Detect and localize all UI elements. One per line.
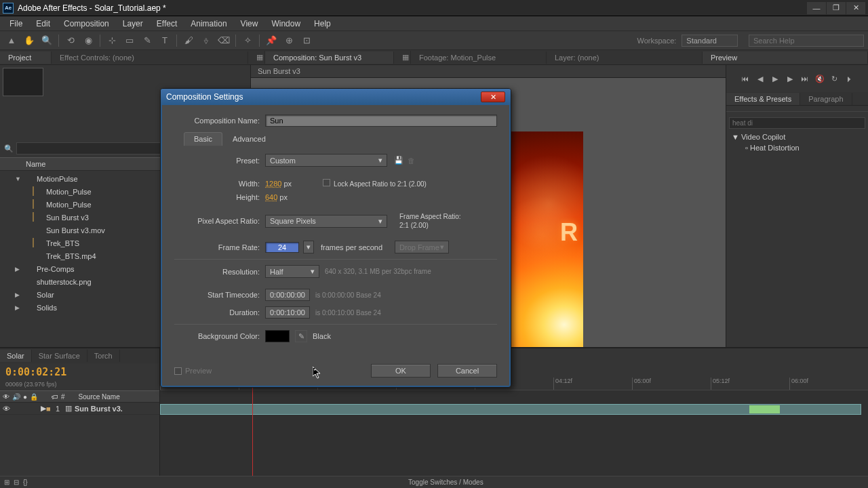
fps-suffix: frames per second (321, 243, 382, 251)
tab-project[interactable]: Project (0, 52, 52, 64)
cancel-button[interactable]: Cancel (437, 364, 497, 378)
menu-composition[interactable]: Composition (57, 18, 116, 30)
height-value[interactable]: 640 (265, 193, 277, 201)
tab-effect-controls[interactable]: Effect Controls: (none) (52, 52, 248, 64)
effects-search-input[interactable] (729, 117, 865, 129)
expand-icon[interactable]: ⊞ (4, 479, 9, 486)
effects-folder[interactable]: ▼ Video Copilot (729, 131, 865, 142)
column-name[interactable]: Name (26, 160, 45, 168)
pen-tool-icon[interactable]: ✎ (140, 33, 155, 48)
rendered-text: R (560, 218, 578, 247)
project-thumbnail (3, 68, 43, 96)
preset-select[interactable]: Custom▾ (265, 154, 387, 167)
prev-frame-icon[interactable]: ◀ (754, 73, 766, 84)
menu-view[interactable]: View (234, 18, 265, 30)
menu-layer[interactable]: Layer (116, 18, 150, 30)
lock-aspect-checkbox[interactable] (323, 179, 330, 186)
dialog-titlebar[interactable]: Composition Settings ✕ (161, 89, 511, 105)
duration-input[interactable] (265, 306, 310, 319)
timeline-tab[interactable]: Star Surface (32, 350, 87, 362)
tab-footage[interactable]: Footage: Motion_Pulse (411, 52, 547, 64)
play-icon[interactable]: ▶ (769, 73, 781, 84)
loop-icon[interactable]: ↻ (829, 73, 841, 84)
save-preset-icon[interactable]: 💾 (394, 156, 403, 165)
menu-help[interactable]: Help (307, 18, 338, 30)
anchor-tool-icon[interactable]: ⊹ (104, 33, 119, 48)
tab-basic[interactable]: Basic (184, 132, 222, 146)
brace-icon[interactable]: {} (23, 479, 28, 486)
graph-icon[interactable]: ⊟ (14, 479, 19, 486)
hand-tool-icon[interactable]: ✋ (22, 33, 37, 48)
snap-tool-icon[interactable]: ⊡ (299, 33, 314, 48)
timeline-tab[interactable]: Torch (87, 350, 120, 362)
timeline-tracks[interactable] (160, 390, 868, 418)
rect-tool-icon[interactable]: ▭ (122, 33, 137, 48)
bgcolor-swatch[interactable] (265, 330, 290, 342)
duration-note: is 0:00:10:00 Base 24 (315, 309, 381, 317)
eye-toggle[interactable]: 👁 (3, 405, 12, 413)
toggle-switches-button[interactable]: Toggle Switches / Modes (408, 479, 484, 486)
audio-icon[interactable]: 🔇 (814, 73, 826, 84)
playhead[interactable] (252, 374, 253, 476)
tab-composition[interactable]: Composition: Sun Burst v3 (265, 52, 394, 64)
puppet-tool-icon[interactable]: 📌 (264, 33, 279, 48)
comp-mini-icon[interactable]: ▦ (248, 51, 265, 64)
dialog-title: Composition Settings (166, 92, 243, 102)
height-label: Height: (174, 193, 265, 201)
selection-tool-icon[interactable]: ▲ (4, 33, 19, 48)
preview-checkbox[interactable]: Preview (174, 367, 212, 375)
footage-mini-icon[interactable]: ▦ (394, 51, 411, 64)
zoom-tool-icon[interactable]: 🔍 (39, 33, 54, 48)
effects-item[interactable]: ▫ Heat Distortion (729, 142, 865, 153)
ram-icon[interactable]: ⏵ (844, 73, 856, 84)
menu-animation[interactable]: Animation (184, 18, 233, 30)
layer-marker[interactable] (749, 405, 780, 413)
tab-layer[interactable]: Layer: (none) (547, 52, 703, 64)
par-select[interactable]: Square Pixels▾ (265, 215, 387, 228)
tab-advanced[interactable]: Advanced (222, 132, 276, 146)
start-timecode-note: is 0:00:00:00 Base 24 (315, 291, 381, 299)
clone-tool-icon[interactable]: ⎀ (199, 33, 214, 48)
maximize-button[interactable]: ❐ (827, 2, 846, 14)
menu-edit[interactable]: Edit (29, 18, 57, 30)
next-frame-icon[interactable]: ▶ (784, 73, 796, 84)
delete-preset-icon[interactable]: 🗑 (408, 157, 415, 165)
width-value[interactable]: 1280 (265, 180, 281, 188)
preset-label: Preset: (174, 157, 265, 165)
roto-tool-icon[interactable]: ✧ (240, 33, 255, 48)
tab-preview[interactable]: Preview (703, 52, 868, 64)
tab-effects-presets[interactable]: Effects & Presets (726, 93, 800, 105)
start-timecode-label: Start Timecode: (174, 291, 265, 299)
camera-tool-icon[interactable]: ◉ (81, 33, 96, 48)
dropframe-select[interactable]: Drop Frame▾ (395, 241, 449, 253)
comp-subtab[interactable]: Sun Burst v3 (251, 65, 726, 78)
minimize-button[interactable]: — (807, 2, 826, 14)
axis-tool-icon[interactable]: ⊕ (281, 33, 296, 48)
workspace-select[interactable]: Standard (682, 35, 738, 47)
framerate-dropdown-icon[interactable]: ▾ (303, 241, 314, 253)
first-frame-icon[interactable]: ⏮ (739, 73, 751, 84)
comp-name-input[interactable] (265, 115, 497, 127)
tab-paragraph[interactable]: Paragraph (800, 93, 852, 105)
eyedropper-icon[interactable]: ✎ (295, 330, 307, 342)
timeline-layer[interactable]: 👁 ▶ ■ 1 ▥ Sun Burst v3. (0, 403, 159, 415)
width-label: Width: (174, 180, 265, 188)
start-timecode-input[interactable] (265, 289, 310, 301)
rotate-tool-icon[interactable]: ⟲ (63, 33, 78, 48)
close-button[interactable]: ✕ (846, 2, 865, 14)
dialog-close-button[interactable]: ✕ (481, 92, 505, 102)
ok-button[interactable]: OK (371, 364, 431, 378)
solo-icon: ● (23, 393, 27, 401)
last-frame-icon[interactable]: ⏭ (799, 73, 811, 84)
menu-window[interactable]: Window (264, 18, 307, 30)
menu-effect[interactable]: Effect (150, 18, 184, 30)
menu-file[interactable]: File (3, 18, 29, 30)
search-help-input[interactable] (749, 35, 864, 47)
current-time[interactable]: 0:00:02:21 (0, 363, 159, 381)
timeline-tab[interactable]: Solar (0, 350, 32, 362)
brush-tool-icon[interactable]: 🖌 (181, 33, 196, 48)
resolution-select[interactable]: Half▾ (265, 265, 319, 278)
eraser-tool-icon[interactable]: ⌫ (216, 33, 231, 48)
text-tool-icon[interactable]: T (157, 33, 172, 48)
framerate-input[interactable] (265, 242, 299, 253)
